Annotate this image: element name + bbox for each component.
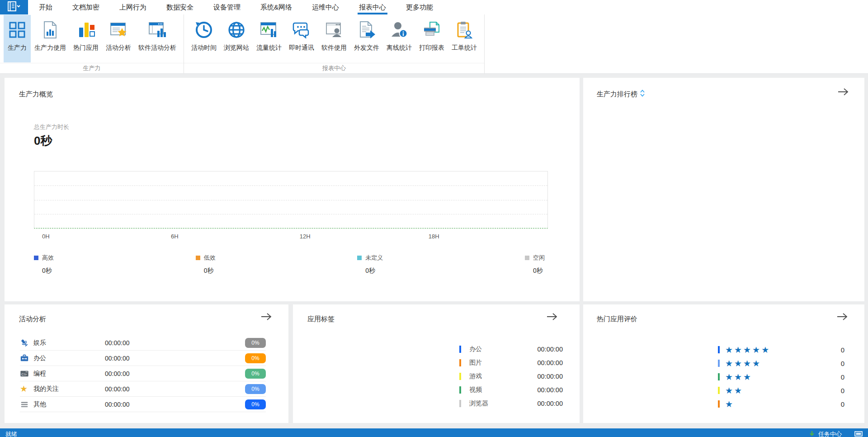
menu-bar: 开始 文档加密 上网行为 数据安全 设备管理 系统&网络 运维中心 报表中心 更… [0, 0, 868, 14]
briefcase-icon [20, 354, 33, 363]
ribbon-group-report-center: 活动时间 浏览网站 流量统计 即时通讯 软件使用 外发文件 [184, 14, 485, 73]
file-send-icon [357, 20, 377, 40]
color-bar [718, 373, 720, 380]
rating-count: 0 [841, 373, 844, 381]
legend-value: 0秒 [42, 267, 54, 275]
menu-item-web-behavior[interactable]: 上网行为 [119, 0, 146, 14]
sort-icon[interactable] [640, 90, 645, 99]
rating-row-5-stars: ★★★★★ 0 [718, 343, 844, 356]
chat-icon [292, 20, 311, 40]
legend-swatch [196, 256, 200, 260]
download-arrow-icon [809, 431, 815, 437]
chart-legend: 高效 0秒 低效 0秒 未定义 0秒 空闲 0秒 [34, 254, 545, 275]
grid-icon [7, 20, 27, 40]
gridline [34, 200, 547, 200]
rating-count: 0 [841, 387, 844, 394]
panel-title: 生产力概览 [19, 90, 53, 99]
panel-activity-analysis: 活动分析 娱乐 00:00:00 0% 办公 00:00:00 0% C:\> … [5, 304, 288, 423]
app-user-icon [324, 20, 344, 40]
open-detail-arrow-icon[interactable] [546, 313, 558, 323]
bar-chart-icon [76, 20, 96, 40]
work-order-icon [454, 20, 474, 40]
productivity-timeline-chart: 0H 6H 12H 18H [34, 171, 548, 228]
activity-row-office[interactable]: 办公 00:00:00 0% [20, 351, 266, 366]
open-detail-arrow-icon[interactable] [836, 313, 848, 323]
x-axis-tick: 18H [429, 233, 439, 240]
rating-count: 0 [841, 400, 844, 408]
ribbon-button-traffic-stats[interactable]: 流量统计 [253, 15, 285, 62]
percent-badge: 0% [245, 353, 266, 363]
menu-item-device-management[interactable]: 设备管理 [213, 0, 241, 14]
ribbon-button-productivity[interactable]: 生产力 [4, 15, 31, 62]
app-menu-button[interactable] [0, 0, 28, 14]
ribbon-group-label-productivity: 生产力 [0, 63, 184, 73]
offline-user-icon [389, 20, 409, 40]
menu-item-system-network[interactable]: 系统&网络 [260, 0, 292, 14]
menu-item-start[interactable]: 开始 [39, 0, 52, 14]
ribbon-button-outgoing-files[interactable]: 外发文件 [350, 15, 383, 62]
ribbon-button-activity-time[interactable]: 活动时间 [188, 15, 220, 62]
x-axis-tick: 0H [42, 233, 50, 240]
ribbon-button-instant-messaging[interactable]: 即时通讯 [285, 15, 318, 62]
panel-productivity-overview: 生产力概览 总生产力时长 0秒 0H 6H 12H 18H 高效 0秒 低效 0… [5, 78, 580, 301]
monitor-icon[interactable] [854, 431, 863, 437]
ribbon-button-hot-apps[interactable]: 热门应用 [70, 15, 102, 62]
activity-row-other[interactable]: 其他 00:00:00 0% [20, 397, 266, 412]
open-detail-arrow-icon[interactable] [260, 313, 272, 323]
task-center-button[interactable]: 任务中心 [809, 430, 842, 437]
panel-productivity-ranking: 生产力排行榜 [583, 78, 864, 301]
traffic-chart-icon [259, 20, 279, 40]
legend-item-idle: 空闲 0秒 [525, 254, 545, 275]
color-bar [459, 386, 461, 394]
document-chart-icon [40, 20, 60, 40]
main-menu: 开始 文档加密 上网行为 数据安全 设备管理 系统&网络 运维中心 报表中心 更… [29, 0, 443, 14]
legend-swatch [525, 256, 529, 260]
stars: ★ [725, 400, 841, 408]
ribbon-button-software-usage[interactable]: 软件使用 [318, 15, 350, 62]
activity-row-my-focus[interactable]: ★ 我的关注 00:00:00 0% [20, 381, 266, 397]
percent-badge: 0% [245, 384, 266, 394]
menu-item-ops-center[interactable]: 运维中心 [312, 0, 339, 14]
app-tag-row-games: 游戏 00:00:00 [459, 370, 563, 383]
rating-count: 0 [841, 360, 844, 367]
percent-badge: 0% [245, 369, 266, 379]
percent-badge: 0% [245, 338, 266, 348]
percent-badge: 0% [245, 399, 266, 409]
svg-text:C:\>: C:\> [21, 373, 27, 376]
menu-item-doc-encryption[interactable]: 文档加密 [72, 0, 99, 14]
app-tag-row-browser: 浏览器 00:00:00 [459, 397, 563, 410]
legend-value: 0秒 [365, 267, 383, 275]
code-window-icon: C:\> [20, 369, 33, 378]
panel-title: 应用标签 [307, 315, 335, 323]
rating-row-4-stars: ★★★★ 0 [718, 356, 844, 370]
stars: ★★ [725, 386, 841, 395]
rating-row-2-stars: ★★ 0 [718, 384, 844, 397]
ribbon-button-offline-stats[interactable]: 离线统计 [383, 15, 415, 62]
total-productivity-label: 总生产力时长 [34, 123, 69, 131]
ribbon: 生产力 生产力使用 热门应用 活动分析 软件活动分析 生产力 [0, 14, 868, 74]
rating-count: 0 [841, 346, 844, 354]
rating-row-3-stars: ★★★ 0 [718, 370, 844, 384]
history-clock-icon [194, 20, 214, 40]
ribbon-button-productivity-usage[interactable]: 生产力使用 [31, 15, 70, 62]
ribbon-button-print-report[interactable]: 打印报表 [415, 15, 448, 62]
app-document-icon [7, 1, 21, 14]
ribbon-button-work-order-stats[interactable]: 工单统计 [448, 15, 481, 62]
microphone-icon [20, 338, 33, 347]
rating-row-1-star: ★ 0 [718, 397, 844, 411]
ribbon-button-activity-analysis[interactable]: 活动分析 [102, 15, 135, 62]
status-bar: 就绪 任务中心 [0, 428, 868, 437]
activity-row-entertainment[interactable]: 娱乐 00:00:00 0% [20, 335, 266, 351]
gridline [34, 214, 547, 214]
open-detail-arrow-icon[interactable] [837, 88, 849, 98]
panel-title: 热门应用评价 [597, 315, 637, 323]
ribbon-button-browse-websites[interactable]: 浏览网站 [220, 15, 253, 62]
menu-item-more-functions[interactable]: 更多功能 [406, 0, 433, 14]
app-tag-row-pictures: 图片 00:00:00 [459, 356, 563, 370]
menu-item-data-security[interactable]: 数据安全 [166, 0, 193, 14]
ribbon-button-software-activity-analysis[interactable]: 软件活动分析 [135, 15, 180, 62]
activity-row-programming[interactable]: C:\> 编程 00:00:00 0% [20, 366, 266, 381]
dashboard: 生产力概览 总生产力时长 0秒 0H 6H 12H 18H 高效 0秒 低效 0… [0, 74, 868, 437]
menu-item-report-center[interactable]: 报表中心 [359, 0, 386, 14]
gridline [34, 185, 547, 186]
